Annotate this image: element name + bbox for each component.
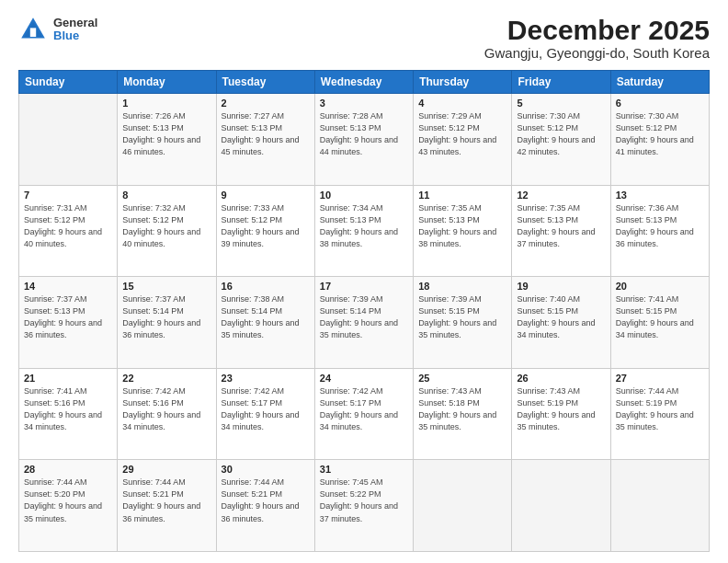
day-number: 11 [418, 190, 506, 201]
calendar-body: 1Sunrise: 7:26 AMSunset: 5:13 PMDaylight… [19, 94, 710, 552]
day-number: 28 [24, 464, 112, 475]
calendar-day-cell: 14Sunrise: 7:37 AMSunset: 5:13 PMDayligh… [19, 277, 118, 369]
day-number: 23 [222, 373, 310, 384]
day-number: 26 [517, 373, 605, 384]
logo-icon [18, 15, 48, 44]
day-number: 7 [24, 190, 112, 201]
calendar-day-cell: 27Sunrise: 7:44 AMSunset: 5:19 PMDayligh… [610, 368, 709, 460]
calendar-day-cell: 9Sunrise: 7:33 AMSunset: 5:12 PMDaylight… [216, 185, 314, 277]
calendar-day-cell [414, 460, 512, 552]
calendar-day-cell: 15Sunrise: 7:37 AMSunset: 5:14 PMDayligh… [118, 277, 216, 369]
day-number: 13 [616, 190, 704, 201]
day-number: 15 [122, 281, 210, 292]
day-info: Sunrise: 7:31 AMSunset: 5:12 PMDaylight:… [24, 202, 112, 250]
day-info: Sunrise: 7:43 AMSunset: 5:18 PMDaylight:… [418, 385, 506, 433]
calendar-day-cell: 28Sunrise: 7:44 AMSunset: 5:20 PMDayligh… [19, 460, 118, 552]
day-info: Sunrise: 7:42 AMSunset: 5:16 PMDaylight:… [122, 385, 210, 433]
calendar-day-cell: 2Sunrise: 7:27 AMSunset: 5:13 PMDaylight… [216, 94, 314, 186]
calendar-day-cell: 16Sunrise: 7:38 AMSunset: 5:14 PMDayligh… [216, 277, 314, 369]
calendar-day-cell: 24Sunrise: 7:42 AMSunset: 5:17 PMDayligh… [314, 368, 413, 460]
calendar-week-row: 1Sunrise: 7:26 AMSunset: 5:13 PMDaylight… [19, 94, 710, 186]
day-info: Sunrise: 7:27 AMSunset: 5:13 PMDaylight:… [222, 110, 310, 158]
day-info: Sunrise: 7:28 AMSunset: 5:13 PMDaylight:… [320, 110, 408, 158]
weekday-header-row: SundayMondayTuesdayWednesdayThursdayFrid… [19, 71, 710, 94]
day-number: 24 [320, 373, 408, 384]
calendar-day-cell: 22Sunrise: 7:42 AMSunset: 5:16 PMDayligh… [118, 368, 216, 460]
day-number: 10 [320, 190, 408, 201]
day-number: 29 [122, 464, 210, 475]
calendar-day-cell: 1Sunrise: 7:26 AMSunset: 5:13 PMDaylight… [118, 94, 216, 186]
day-number: 20 [616, 281, 704, 292]
page: General Blue December 2025 Gwangju, Gyeo… [0, 0, 728, 563]
day-info: Sunrise: 7:44 AMSunset: 5:20 PMDaylight:… [24, 477, 112, 524]
day-info: Sunrise: 7:38 AMSunset: 5:14 PMDaylight:… [222, 293, 310, 341]
calendar-day-cell: 26Sunrise: 7:43 AMSunset: 5:19 PMDayligh… [512, 368, 610, 460]
calendar-day-cell: 5Sunrise: 7:30 AMSunset: 5:12 PMDaylight… [512, 94, 610, 186]
day-number: 12 [517, 190, 605, 201]
day-info: Sunrise: 7:42 AMSunset: 5:17 PMDaylight:… [320, 385, 408, 433]
calendar-week-row: 7Sunrise: 7:31 AMSunset: 5:12 PMDaylight… [19, 185, 710, 277]
calendar-table: SundayMondayTuesdayWednesdayThursdayFrid… [18, 70, 710, 552]
header: General Blue December 2025 Gwangju, Gyeo… [18, 15, 710, 61]
weekday-header-cell: Wednesday [314, 71, 413, 94]
weekday-header-cell: Tuesday [216, 71, 314, 94]
day-info: Sunrise: 7:42 AMSunset: 5:17 PMDaylight:… [222, 385, 310, 433]
day-number: 8 [122, 190, 210, 201]
calendar-week-row: 21Sunrise: 7:41 AMSunset: 5:16 PMDayligh… [19, 368, 710, 460]
day-number: 4 [418, 98, 506, 109]
day-info: Sunrise: 7:45 AMSunset: 5:22 PMDaylight:… [320, 477, 408, 524]
calendar-day-cell: 7Sunrise: 7:31 AMSunset: 5:12 PMDaylight… [19, 185, 118, 277]
logo-text: General Blue [53, 17, 97, 43]
day-number: 2 [222, 98, 310, 109]
day-number: 6 [616, 98, 704, 109]
day-info: Sunrise: 7:44 AMSunset: 5:21 PMDaylight:… [222, 477, 310, 524]
calendar-day-cell: 3Sunrise: 7:28 AMSunset: 5:13 PMDaylight… [314, 94, 413, 186]
day-number: 25 [418, 373, 506, 384]
calendar-day-cell [512, 460, 610, 552]
day-number: 22 [122, 373, 210, 384]
calendar-day-cell: 12Sunrise: 7:35 AMSunset: 5:13 PMDayligh… [512, 185, 610, 277]
day-number: 5 [517, 98, 605, 109]
calendar-day-cell: 10Sunrise: 7:34 AMSunset: 5:13 PMDayligh… [314, 185, 413, 277]
calendar-day-cell: 18Sunrise: 7:39 AMSunset: 5:15 PMDayligh… [414, 277, 512, 369]
day-number: 14 [24, 281, 112, 292]
day-number: 16 [222, 281, 310, 292]
calendar-day-cell: 23Sunrise: 7:42 AMSunset: 5:17 PMDayligh… [216, 368, 314, 460]
day-info: Sunrise: 7:29 AMSunset: 5:12 PMDaylight:… [418, 110, 506, 158]
day-number: 9 [222, 190, 310, 201]
calendar-day-cell: 13Sunrise: 7:36 AMSunset: 5:13 PMDayligh… [610, 185, 709, 277]
calendar-day-cell: 31Sunrise: 7:45 AMSunset: 5:22 PMDayligh… [314, 460, 413, 552]
day-number: 30 [222, 464, 310, 475]
calendar-day-cell: 4Sunrise: 7:29 AMSunset: 5:12 PMDaylight… [414, 94, 512, 186]
day-number: 19 [517, 281, 605, 292]
day-number: 18 [418, 281, 506, 292]
calendar-week-row: 14Sunrise: 7:37 AMSunset: 5:13 PMDayligh… [19, 277, 710, 369]
calendar-day-cell: 6Sunrise: 7:30 AMSunset: 5:12 PMDaylight… [610, 94, 709, 186]
svg-rect-2 [30, 28, 36, 37]
calendar-subtitle: Gwangju, Gyeonggi-do, South Korea [484, 45, 710, 61]
day-info: Sunrise: 7:37 AMSunset: 5:13 PMDaylight:… [24, 293, 112, 341]
day-number: 27 [616, 373, 704, 384]
day-info: Sunrise: 7:35 AMSunset: 5:13 PMDaylight:… [517, 202, 605, 250]
calendar-week-row: 28Sunrise: 7:44 AMSunset: 5:20 PMDayligh… [19, 460, 710, 552]
day-info: Sunrise: 7:39 AMSunset: 5:14 PMDaylight:… [320, 293, 408, 341]
calendar-day-cell [19, 94, 118, 186]
calendar-day-cell: 11Sunrise: 7:35 AMSunset: 5:13 PMDayligh… [414, 185, 512, 277]
weekday-header-cell: Thursday [414, 71, 512, 94]
day-number: 21 [24, 373, 112, 384]
weekday-header-cell: Saturday [610, 71, 709, 94]
weekday-header-cell: Friday [512, 71, 610, 94]
calendar-day-cell: 8Sunrise: 7:32 AMSunset: 5:12 PMDaylight… [118, 185, 216, 277]
day-number: 31 [320, 464, 408, 475]
day-info: Sunrise: 7:37 AMSunset: 5:14 PMDaylight:… [122, 293, 210, 341]
day-info: Sunrise: 7:41 AMSunset: 5:15 PMDaylight:… [616, 293, 704, 341]
calendar-day-cell: 17Sunrise: 7:39 AMSunset: 5:14 PMDayligh… [314, 277, 413, 369]
calendar-day-cell [610, 460, 709, 552]
day-info: Sunrise: 7:44 AMSunset: 5:19 PMDaylight:… [616, 385, 704, 433]
day-number: 3 [320, 98, 408, 109]
calendar-day-cell: 30Sunrise: 7:44 AMSunset: 5:21 PMDayligh… [216, 460, 314, 552]
day-info: Sunrise: 7:40 AMSunset: 5:15 PMDaylight:… [517, 293, 605, 341]
day-info: Sunrise: 7:43 AMSunset: 5:19 PMDaylight:… [517, 385, 605, 433]
day-number: 17 [320, 281, 408, 292]
day-info: Sunrise: 7:26 AMSunset: 5:13 PMDaylight:… [122, 110, 210, 158]
